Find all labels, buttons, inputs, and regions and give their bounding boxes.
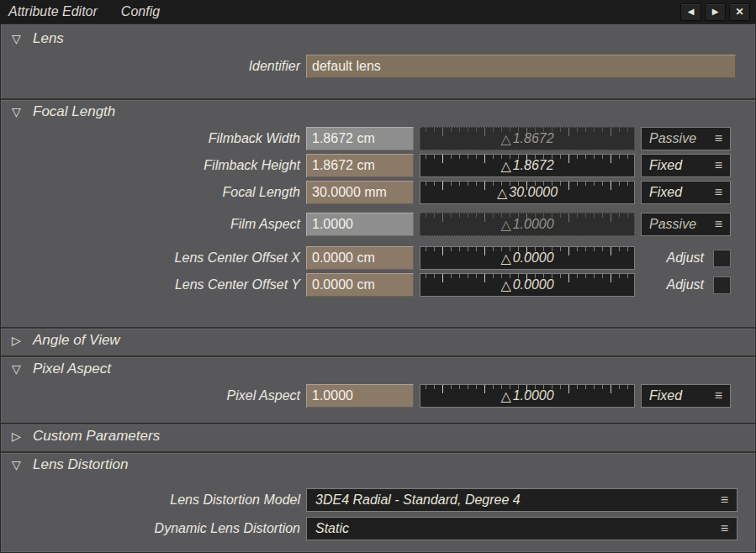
filmback-width-slider[interactable]: △ 1.8672	[420, 127, 635, 150]
delta-icon: △	[500, 217, 510, 233]
lens-center-offset-y-label: Lens Center Offset Y	[1, 277, 300, 292]
adjust-checkbox[interactable]	[713, 250, 731, 267]
close-button[interactable]: ✕	[729, 3, 750, 21]
left-arrow-icon: ◀	[688, 8, 695, 16]
menu-icon: ≡	[721, 492, 728, 508]
section-title: Lens Distortion	[33, 456, 128, 473]
menu-icon: ≡	[715, 217, 722, 232]
lens-center-offset-x-input[interactable]: 0.0000 cm	[306, 246, 414, 270]
triangle-right-icon: ▷	[12, 429, 33, 443]
focal-length-row: Focal Length 30.0000 mm △ 30.0000 Fixed …	[1, 181, 755, 204]
mode-value: Passive	[649, 131, 696, 146]
filmback-width-mode-dropdown[interactable]: Passive ≡	[641, 127, 731, 150]
filmback-height-row: Filmback Height 1.8672 cm △ 1.8672 Fixed…	[1, 154, 755, 177]
mode-value: Passive	[649, 217, 696, 232]
section-title: Focal Length	[33, 103, 115, 120]
adjust-label: Adjust	[667, 250, 704, 266]
adjust-checkbox[interactable]	[713, 276, 731, 294]
section-header-lens-distortion[interactable]: ▽ Lens Distortion	[1, 453, 755, 477]
slider-value: 0.0000	[513, 250, 554, 266]
focal-length-input[interactable]: 30.0000 mm	[306, 181, 414, 204]
dynamic-lens-distortion-dropdown[interactable]: Static ≡	[306, 517, 737, 540]
film-aspect-mode-dropdown[interactable]: Passive ≡	[641, 213, 731, 236]
filmback-width-row: Filmback Width 1.8672 cm △ 1.8672 Passiv…	[1, 127, 755, 150]
right-arrow-icon: ▶	[712, 8, 719, 16]
mode-value: Fixed	[649, 388, 682, 403]
pixel-aspect-slider[interactable]: △ 1.0000	[420, 384, 635, 408]
focal-length-slider[interactable]: △ 30.0000	[420, 181, 635, 204]
adjust-control: Adjust	[641, 276, 731, 294]
back-button[interactable]: ◀	[680, 3, 701, 21]
film-aspect-label: Film Aspect	[1, 217, 300, 232]
delta-icon: △	[500, 250, 510, 266]
identifier-input[interactable]: default lens	[306, 55, 736, 78]
filmback-width-input[interactable]: 1.8672 cm	[306, 127, 414, 150]
dropdown-value: Static	[315, 521, 349, 536]
lens-distortion-model-label: Lens Distortion Model	[1, 492, 300, 508]
filmback-height-slider[interactable]: △ 1.8672	[420, 154, 635, 177]
triangle-right-icon: ▷	[12, 334, 33, 347]
triangle-down-icon: ▽	[12, 458, 33, 471]
dynamic-lens-distortion-row: Dynamic Lens Distortion Static ≡	[1, 517, 755, 540]
section-header-custom-parameters[interactable]: ▷ Custom Parameters	[1, 424, 755, 448]
menu-config[interactable]: Config	[121, 4, 160, 19]
filmback-height-input[interactable]: 1.8672 cm	[306, 154, 414, 177]
section-header-pixel-aspect[interactable]: ▽ Pixel Aspect	[1, 357, 755, 381]
lens-distortion-model-row: Lens Distortion Model 3DE4 Radial - Stan…	[1, 488, 755, 512]
lens-center-offset-y-input[interactable]: 0.0000 cm	[306, 273, 414, 297]
mode-value: Fixed	[649, 158, 682, 173]
pixel-aspect-row: Pixel Aspect 1.0000 △ 1.0000 Fixed ≡	[1, 384, 755, 408]
slider-value: 1.0000	[513, 217, 554, 232]
delta-icon: △	[497, 185, 507, 201]
delta-icon: △	[500, 131, 510, 147]
lens-distortion-model-dropdown[interactable]: 3DE4 Radial - Standard, Degree 4 ≡	[306, 488, 737, 512]
dynamic-lens-distortion-label: Dynamic Lens Distortion	[1, 521, 300, 536]
delta-icon: △	[500, 388, 510, 404]
menu-icon: ≡	[721, 521, 728, 536]
section-header-focal-length[interactable]: ▽ Focal Length	[1, 100, 755, 124]
focal-length-label: Focal Length	[1, 185, 300, 200]
slider-value: 1.8672	[513, 131, 554, 146]
adjust-label: Adjust	[667, 277, 704, 292]
attribute-editor-panel: ▽ Lens Identifier default lens ▽ Focal L…	[0, 24, 756, 553]
close-icon: ✕	[735, 7, 743, 17]
identifier-label: Identifier	[1, 59, 300, 74]
delta-icon: △	[500, 158, 510, 174]
slider-value: 30.0000	[509, 185, 558, 200]
forward-button[interactable]: ▶	[705, 3, 726, 21]
section-header-lens[interactable]: ▽ Lens	[1, 27, 755, 50]
filmback-height-label: Filmback Height	[1, 158, 300, 173]
lens-center-offset-y-row: Lens Center Offset Y 0.0000 cm △ 0.0000 …	[1, 273, 755, 297]
section-header-angle-of-view[interactable]: ▷ Angle of View	[1, 329, 755, 352]
menu-attribute-editor[interactable]: Attribute Editor	[8, 4, 98, 19]
film-aspect-row: Film Aspect 1.0000 △ 1.0000 Passive ≡	[1, 213, 755, 236]
triangle-down-icon: ▽	[12, 32, 33, 45]
section-title: Pixel Aspect	[33, 361, 111, 377]
slider-value: 1.0000	[513, 388, 554, 403]
section-title: Angle of View	[33, 332, 120, 349]
menu-icon: ≡	[715, 388, 722, 403]
triangle-down-icon: ▽	[12, 362, 33, 376]
section-title: Custom Parameters	[33, 428, 160, 445]
film-aspect-input[interactable]: 1.0000	[306, 213, 414, 236]
mode-value: Fixed	[649, 185, 682, 200]
delta-icon: △	[500, 277, 510, 293]
titlebar: Attribute Editor Config ◀ ▶ ✕	[0, 0, 756, 24]
filmback-height-mode-dropdown[interactable]: Fixed ≡	[641, 154, 731, 177]
identifier-row: Identifier default lens	[1, 55, 755, 78]
pixel-aspect-mode-dropdown[interactable]: Fixed ≡	[641, 384, 731, 408]
pixel-aspect-input[interactable]: 1.0000	[306, 384, 414, 408]
pixel-aspect-label: Pixel Aspect	[1, 388, 300, 403]
slider-value: 1.8672	[513, 158, 554, 173]
filmback-width-label: Filmback Width	[1, 131, 300, 146]
lens-center-offset-x-slider[interactable]: △ 0.0000	[420, 246, 635, 270]
lens-center-offset-x-row: Lens Center Offset X 0.0000 cm △ 0.0000 …	[1, 246, 755, 270]
menu-icon: ≡	[715, 131, 722, 146]
adjust-control: Adjust	[641, 250, 731, 267]
dropdown-value: 3DE4 Radial - Standard, Degree 4	[315, 492, 521, 508]
film-aspect-slider[interactable]: △ 1.0000	[420, 213, 635, 236]
focal-length-mode-dropdown[interactable]: Fixed ≡	[641, 181, 731, 204]
triangle-down-icon: ▽	[12, 105, 33, 118]
menu-icon: ≡	[715, 185, 722, 200]
lens-center-offset-y-slider[interactable]: △ 0.0000	[420, 273, 635, 297]
